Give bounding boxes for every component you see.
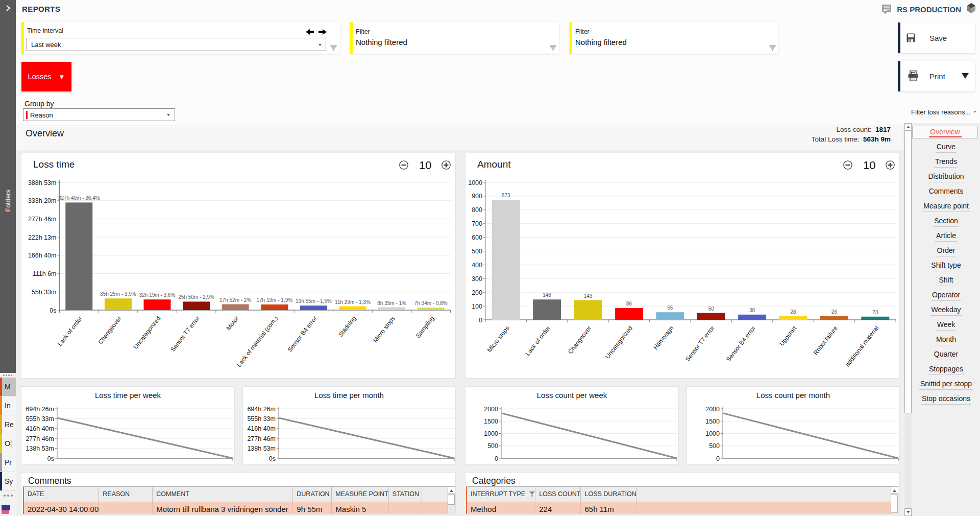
svg-text:55: 55 (667, 305, 673, 311)
svg-text:Changeover: Changeover (567, 324, 593, 355)
svg-text:800: 800 (472, 206, 482, 214)
svg-text:Sensor T7 error: Sensor T7 error (169, 315, 201, 353)
svg-text:694h 26m: 694h 26m (26, 406, 54, 413)
svg-text:55h 33m: 55h 33m (32, 289, 57, 296)
svg-text:Hämtvagn: Hämtvagn (652, 324, 675, 351)
svg-text:8h 35m - 1%: 8h 35m - 1% (377, 300, 406, 306)
svg-text:additional material: additional material (844, 324, 880, 368)
svg-text:416h 40m: 416h 40m (26, 425, 54, 432)
svg-text:1500: 1500 (705, 418, 720, 425)
svg-text:277h 46m: 277h 46m (28, 216, 57, 223)
svg-text:143: 143 (584, 293, 593, 299)
svg-text:Lack of order: Lack of order (56, 315, 84, 347)
svg-text:0: 0 (495, 455, 498, 462)
svg-text:Micro stops: Micro stops (372, 315, 397, 344)
svg-text:32h 19m - 3,6%: 32h 19m - 3,6% (139, 292, 176, 298)
svg-text:17h 19m - 1,9%: 17h 19m - 1,9% (256, 297, 292, 303)
svg-text:500: 500 (487, 442, 498, 450)
svg-text:1000: 1000 (484, 430, 498, 437)
svg-text:0s: 0s (269, 455, 276, 462)
svg-text:416h 40m: 416h 40m (247, 425, 276, 432)
svg-text:Lack of material (com.): Lack of material (com.) (235, 315, 279, 368)
svg-text:138h 53m: 138h 53m (26, 445, 54, 452)
svg-text:166h 40m: 166h 40m (28, 252, 57, 259)
svg-text:700: 700 (472, 220, 482, 227)
svg-text:Robot failure: Robot failure (812, 324, 839, 356)
svg-text:Micro stops: Micro stops (486, 324, 511, 354)
svg-text:555h 33m: 555h 33m (247, 415, 276, 423)
svg-text:Uppstart: Uppstart (778, 324, 798, 347)
svg-text:111h 6m: 111h 6m (33, 270, 57, 277)
svg-text:0s: 0s (50, 307, 56, 314)
svg-text:333h 20m: 333h 20m (28, 197, 57, 204)
svg-text:Sensor B4 error: Sensor B4 error (286, 315, 318, 353)
svg-text:148: 148 (543, 292, 551, 298)
svg-text:2000: 2000 (484, 406, 498, 413)
svg-text:694h 26m: 694h 26m (247, 406, 276, 413)
svg-text:555h 33m: 555h 33m (26, 415, 54, 423)
svg-text:Sensor B4 error: Sensor B4 error (725, 324, 757, 363)
svg-text:600: 600 (472, 234, 482, 241)
svg-text:0: 0 (716, 455, 720, 462)
svg-text:Lack of order: Lack of order (524, 324, 552, 357)
svg-text:300: 300 (472, 275, 482, 283)
svg-text:17h 52m - 2%: 17h 52m - 2% (219, 297, 251, 303)
svg-text:23: 23 (872, 310, 878, 315)
svg-text:50: 50 (708, 306, 715, 312)
svg-text:277h 46m: 277h 46m (247, 435, 276, 442)
svg-text:Städning: Städning (337, 315, 357, 338)
svg-text:277h 46m: 277h 46m (26, 435, 54, 442)
svg-text:38: 38 (749, 308, 755, 313)
svg-text:2000: 2000 (705, 406, 720, 413)
svg-text:500: 500 (709, 442, 720, 450)
svg-text:35h 25m - 3,9%: 35h 25m - 3,9% (100, 291, 136, 297)
svg-text:Uncategorized: Uncategorized (132, 315, 162, 350)
svg-text:Sampling: Sampling (414, 315, 436, 339)
svg-text:138h 53m: 138h 53m (247, 445, 276, 452)
svg-text:100: 100 (472, 303, 482, 310)
svg-text:0s: 0s (47, 455, 54, 462)
svg-text:11h 29m - 1,3%: 11h 29m - 1,3% (335, 299, 371, 305)
svg-text:Sensor T7 error: Sensor T7 error (684, 324, 716, 363)
svg-text:Motor: Motor (225, 315, 240, 332)
svg-text:1500: 1500 (484, 418, 498, 425)
svg-text:200: 200 (472, 289, 482, 296)
svg-text:327h 40m - 36,4%: 327h 40m - 36,4% (58, 195, 100, 201)
svg-text:86: 86 (626, 301, 632, 307)
svg-text:13h 55m - 1,5%: 13h 55m - 1,5% (296, 298, 332, 304)
svg-text:900: 900 (472, 193, 482, 200)
svg-text:7h 34m - 0,8%: 7h 34m - 0,8% (414, 300, 448, 306)
svg-text:400: 400 (472, 262, 482, 269)
svg-text:222h 13m: 222h 13m (28, 234, 57, 241)
svg-text:Changeover: Changeover (96, 315, 122, 345)
svg-text:26: 26 (831, 309, 838, 315)
svg-text:873: 873 (502, 193, 510, 198)
svg-text:388h 53m: 388h 53m (28, 179, 57, 186)
svg-text:500: 500 (472, 248, 482, 255)
svg-text:28: 28 (790, 309, 796, 315)
svg-text:25h 50m - 2,9%: 25h 50m - 2,9% (178, 294, 214, 300)
svg-text:Uncategorized: Uncategorized (604, 324, 634, 360)
svg-text:1000: 1000 (468, 179, 482, 186)
svg-text:1000: 1000 (705, 430, 720, 437)
svg-text:0: 0 (479, 317, 482, 324)
